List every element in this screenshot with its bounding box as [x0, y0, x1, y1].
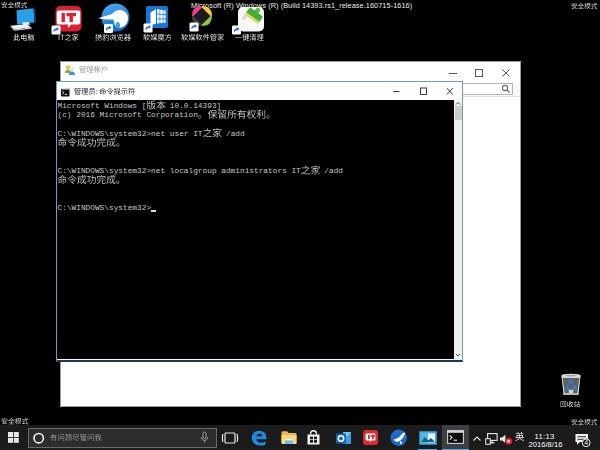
svg-text:4: 4 [584, 439, 588, 446]
